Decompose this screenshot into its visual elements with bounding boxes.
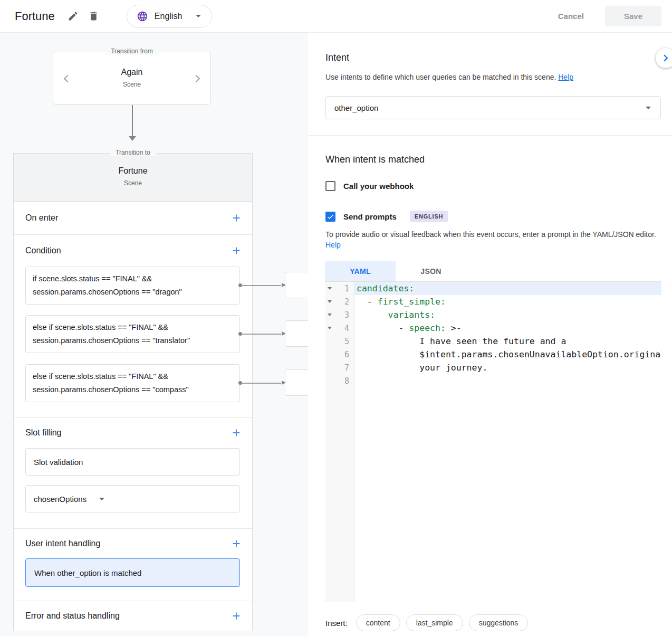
insert-content-button[interactable]: content bbox=[356, 614, 400, 631]
transition-target-box[interactable] bbox=[285, 320, 308, 347]
send-prompts-checkbox[interactable] bbox=[325, 212, 335, 222]
intent-description: Use intents to define which user queries… bbox=[325, 73, 573, 81]
line-number: 3 bbox=[334, 310, 349, 320]
section-error-handling: Error and status handling bbox=[14, 601, 252, 631]
gutter-line: 6 bbox=[325, 348, 354, 361]
save-button[interactable]: Save bbox=[605, 6, 661, 26]
add-error-handler-button[interactable] bbox=[231, 610, 242, 622]
code-token: - bbox=[357, 323, 409, 333]
intent-handler-box-selected[interactable]: When other_option is matched bbox=[25, 558, 240, 587]
plus-icon bbox=[231, 427, 242, 439]
condition-box[interactable]: else if scene.slots.status == "FINAL" &&… bbox=[25, 364, 240, 402]
condition-line: else if scene.slots.status == "FINAL" && bbox=[33, 370, 233, 383]
transition-arrow-head bbox=[129, 136, 136, 141]
scene-name: Fortune bbox=[14, 166, 252, 176]
tab-yaml[interactable]: YAML bbox=[325, 261, 396, 281]
language-label: English bbox=[155, 12, 182, 21]
transition-from-card[interactable]: Transition from Again Scene bbox=[53, 52, 211, 105]
transition-arrow-line bbox=[132, 105, 133, 137]
chevron-down-icon bbox=[196, 15, 201, 17]
delete-scene-button[interactable] bbox=[88, 11, 99, 22]
scene-canvas: Transition from Again Scene Transition t… bbox=[0, 33, 308, 636]
add-intent-handler-button[interactable] bbox=[231, 538, 242, 549]
slot-filling-label: Slot filling bbox=[25, 428, 61, 438]
slot-validation-box[interactable]: Slot validation bbox=[25, 448, 240, 476]
code-line[interactable]: your journey. bbox=[354, 361, 661, 374]
add-slot-button[interactable] bbox=[231, 427, 242, 439]
line-number: 7 bbox=[334, 363, 349, 373]
condition-box[interactable]: if scene.slots.status == "FINAL" && sess… bbox=[25, 267, 240, 305]
collapse-panel-button[interactable] bbox=[656, 48, 672, 68]
help-link[interactable]: Help bbox=[325, 241, 341, 249]
insert-last-simple-button[interactable]: last_simple bbox=[406, 614, 463, 631]
trash-icon bbox=[88, 11, 99, 22]
slot-chosen-options-box[interactable]: chosenOptions bbox=[25, 485, 240, 512]
section-slot-filling: Slot filling Slot validation chosenOptio… bbox=[14, 417, 252, 529]
transition-to-label: Transition to bbox=[110, 149, 156, 156]
webhook-checkbox-row[interactable]: Call your webhook bbox=[325, 181, 414, 191]
section-condition: Condition if scene.slots.status == "FINA… bbox=[14, 235, 252, 417]
scene-type: Scene bbox=[14, 179, 252, 187]
plus-icon bbox=[231, 610, 242, 622]
code-line[interactable] bbox=[354, 374, 661, 387]
editor-gutter: 12345678 bbox=[325, 282, 354, 602]
chevron-down-icon bbox=[99, 498, 104, 500]
tab-json[interactable]: JSON bbox=[396, 261, 466, 281]
code-token bbox=[357, 310, 388, 320]
plus-icon bbox=[231, 245, 242, 257]
on-enter-label: On enter bbox=[25, 213, 58, 223]
code-line[interactable]: candidates: bbox=[354, 282, 661, 295]
editor-code-area[interactable]: candidates: - first_simple: variants: - … bbox=[354, 282, 661, 602]
send-prompts-checkbox-row[interactable]: Send prompts ENGLISH bbox=[325, 211, 448, 222]
condition-line: session.params.chosenOptions == "dragon" bbox=[33, 286, 233, 299]
transition-from-name: Again bbox=[53, 68, 210, 77]
yaml-editor[interactable]: 12345678 candidates: - first_simple: var… bbox=[325, 281, 661, 602]
slot-validation-label: Slot validation bbox=[34, 458, 83, 467]
gutter-line: 4 bbox=[325, 321, 354, 335]
chevron-right-icon bbox=[659, 51, 672, 65]
code-line[interactable]: $intent.params.chosenUnavailableOption.o… bbox=[354, 348, 661, 361]
line-number: 8 bbox=[334, 376, 349, 386]
page-title: Fortune bbox=[15, 10, 55, 23]
transition-target-box[interactable] bbox=[285, 272, 308, 298]
condition-box[interactable]: else if scene.slots.status == "FINAL" &&… bbox=[25, 315, 240, 353]
add-condition-button[interactable] bbox=[231, 245, 242, 257]
code-line[interactable]: I have seen the future and a bbox=[354, 335, 661, 348]
gutter-line: 7 bbox=[325, 361, 354, 374]
condition-connector-arrow bbox=[238, 283, 286, 288]
language-selector[interactable]: English bbox=[127, 5, 212, 28]
intent-select[interactable]: other_option bbox=[325, 96, 661, 119]
fold-arrow-icon[interactable] bbox=[328, 314, 334, 316]
cancel-button[interactable]: Cancel bbox=[558, 12, 584, 21]
edit-title-button[interactable] bbox=[68, 11, 79, 22]
code-line[interactable]: variants: bbox=[354, 308, 661, 321]
webhook-label: Call your webhook bbox=[343, 182, 414, 191]
intent-description-text: Use intents to define which user queries… bbox=[325, 73, 556, 81]
code-token: I have seen the future and a bbox=[357, 336, 566, 346]
code-line[interactable]: - first_simple: bbox=[354, 295, 661, 308]
transition-from-type: Scene bbox=[53, 81, 210, 88]
help-link[interactable]: Help bbox=[558, 73, 573, 81]
slot-name: chosenOptions bbox=[34, 495, 87, 504]
line-number: 6 bbox=[334, 350, 349, 359]
fold-arrow-icon[interactable] bbox=[328, 327, 334, 329]
transition-target-box[interactable] bbox=[285, 369, 308, 396]
gutter-line: 2 bbox=[325, 295, 354, 308]
code-line[interactable]: - speech: >- bbox=[354, 321, 661, 335]
line-number: 4 bbox=[334, 324, 349, 333]
intent-detail-panel: Intent Use intents to define which user … bbox=[308, 33, 672, 636]
prompts-description: To provide audio or visual feedback when… bbox=[325, 229, 660, 250]
webhook-checkbox[interactable] bbox=[325, 181, 335, 191]
insert-suggestions-button[interactable]: suggestions bbox=[469, 614, 529, 631]
gutter-line: 8 bbox=[325, 374, 354, 387]
globe-icon bbox=[137, 11, 148, 22]
condition-connector-arrow bbox=[238, 331, 286, 336]
send-prompts-label: Send prompts bbox=[343, 212, 397, 221]
fold-arrow-icon[interactable] bbox=[328, 287, 334, 290]
editor-tabs: YAML JSON bbox=[325, 261, 466, 281]
chevron-down-icon bbox=[646, 107, 651, 109]
add-on-enter-button[interactable] bbox=[231, 212, 242, 224]
line-number: 2 bbox=[334, 297, 349, 307]
fold-arrow-icon[interactable] bbox=[328, 300, 334, 303]
condition-connector-arrow bbox=[238, 381, 286, 385]
